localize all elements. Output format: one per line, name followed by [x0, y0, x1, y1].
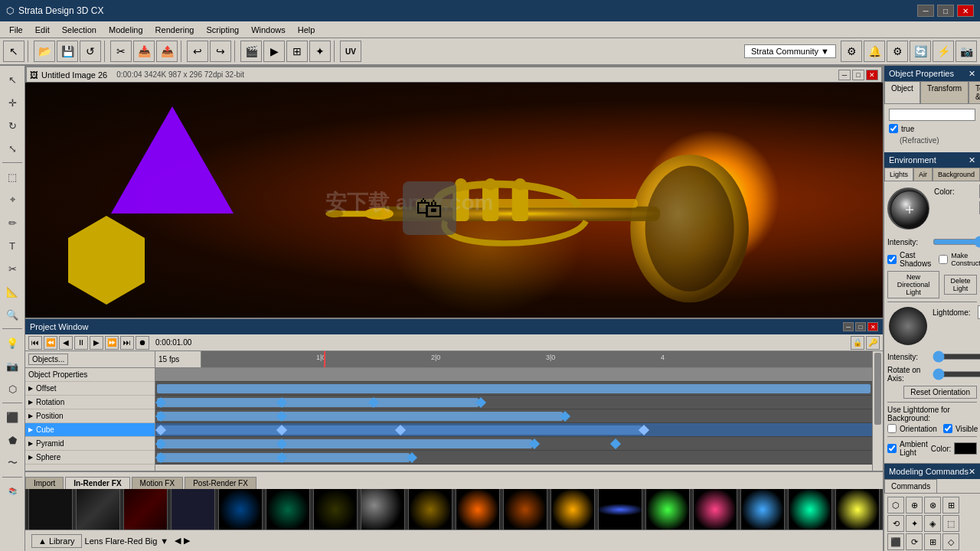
render2-btn[interactable]: ▶ [263, 41, 285, 62]
icon2-btn[interactable]: 🔔 [864, 41, 885, 62]
mc-btn-1[interactable]: ⬡ [887, 497, 904, 514]
menu-edit[interactable]: Edit [29, 24, 56, 36]
fx-thumb-10[interactable] [456, 489, 500, 530]
close-button[interactable]: ✕ [957, 5, 974, 17]
pw-tb-btn1[interactable]: ⏮ [28, 336, 42, 350]
tab-import[interactable]: Import [25, 477, 64, 489]
fx-thumb-2[interactable] [76, 489, 120, 530]
rotate-tool[interactable]: ↻ [2, 115, 23, 136]
library-btn[interactable]: ▲ Library [31, 534, 82, 548]
env-close-icon[interactable]: ✕ [969, 155, 975, 165]
expand-icon[interactable]: ▶ [28, 385, 33, 392]
minimize-button[interactable]: ─ [917, 5, 934, 17]
menu-scripting[interactable]: Scripting [200, 24, 245, 36]
light-tool[interactable]: 💡 [2, 332, 23, 354]
paint-tool[interactable]: ✏ [2, 212, 23, 233]
timeline-vscroll[interactable] [872, 351, 883, 471]
mc-btn-2[interactable]: ⊕ [906, 497, 923, 514]
cut-tool[interactable]: ✂ [2, 258, 23, 279]
menu-windows[interactable]: Windows [245, 24, 292, 36]
menu-selection[interactable]: Selection [56, 24, 103, 36]
fx-thumb-6[interactable] [266, 489, 310, 530]
delete-light-btn[interactable]: Delete Light [944, 275, 977, 295]
pw-minimize[interactable]: ─ [843, 322, 854, 331]
icon4-btn[interactable]: 🔄 [910, 41, 931, 62]
mc-btn-6[interactable]: ✦ [906, 515, 923, 532]
pw-tb-btn5[interactable]: ▶ [90, 336, 103, 350]
pw-tb-btn7[interactable]: ⏭ [120, 336, 134, 350]
lens-flare-dropdown[interactable]: ▼ [160, 536, 168, 546]
import-btn[interactable]: 📥 [133, 41, 155, 62]
fx-thumb-14[interactable] [645, 489, 690, 530]
snap-btn[interactable]: ✦ [309, 41, 331, 62]
pw-tb-btn2[interactable]: ⏪ [44, 336, 57, 350]
pw-tb-camlock[interactable]: 🔒 [851, 336, 864, 350]
fx-thumb-9[interactable] [408, 489, 452, 530]
fx-thumb-3[interactable] [123, 489, 168, 530]
fx-thumb-16[interactable] [740, 489, 785, 530]
op-search-input[interactable] [889, 109, 975, 121]
pw-tb-btn8[interactable]: ⏺ [136, 336, 149, 350]
menu-help[interactable]: Help [292, 24, 322, 36]
tab-motion-fx[interactable]: Motion FX [132, 477, 184, 489]
op-tab-transform[interactable]: Transform [920, 81, 969, 103]
pw-tb-btn6[interactable]: ⏩ [105, 336, 119, 350]
mc-btn-9[interactable]: ⬛ [887, 533, 904, 550]
mc-btn-3[interactable]: ⊗ [924, 497, 941, 514]
viewport-close[interactable]: ✕ [866, 70, 878, 80]
mc-tab-commands[interactable]: Commands [884, 479, 937, 493]
mc-btn-4[interactable]: ⊞ [942, 497, 959, 514]
select-tool[interactable]: ↖ [2, 69, 23, 90]
import-library-btn[interactable]: 📚 [2, 481, 23, 502]
mesh-tool[interactable]: ⬟ [2, 429, 23, 451]
menu-file[interactable]: File [3, 24, 29, 36]
lens-flare-nav-next[interactable]: ▶ [184, 536, 190, 546]
fx-thumb-17[interactable] [788, 489, 832, 530]
ambient-color-swatch[interactable] [954, 442, 977, 455]
ambient-light-checkbox[interactable] [887, 444, 897, 453]
open-file-btn[interactable]: 📂 [34, 41, 55, 62]
tab-in-render-fx[interactable]: In-Render FX [65, 477, 129, 489]
expand-icon[interactable]: ▶ [28, 399, 33, 406]
pw-row-cube[interactable]: ▶ Cube [25, 423, 155, 437]
icon5-btn[interactable]: ⚡ [933, 41, 954, 62]
expand-icon[interactable]: ▶ [28, 412, 33, 419]
pw-tb-key[interactable]: 🔑 [866, 336, 880, 350]
lens-flare-nav-prev[interactable]: ◀ [175, 536, 181, 546]
intensity2-slider[interactable] [933, 352, 980, 361]
nurbs-tool[interactable]: 〜 [2, 452, 23, 474]
fx-thumb-15[interactable] [693, 489, 737, 530]
align-btn[interactable]: ⊞ [286, 41, 308, 62]
settings-btn[interactable]: ⚙ [841, 41, 862, 62]
mc-btn-11[interactable]: ⊞ [924, 533, 941, 550]
env-tab-background[interactable]: Background [933, 168, 980, 181]
pw-close[interactable]: ✕ [867, 322, 878, 331]
new-directional-light-btn[interactable]: New Directional Light [887, 271, 939, 298]
intensity-slider[interactable] [933, 237, 980, 246]
rotate-axis-slider[interactable] [933, 370, 980, 379]
fx-thumb-13[interactable] [598, 489, 642, 530]
path-tool[interactable]: ⬡ [2, 378, 23, 399]
expand-icon[interactable]: ▶ [28, 454, 33, 461]
maximize-button[interactable]: □ [937, 5, 954, 17]
expand-icon[interactable]: ▶ [28, 426, 33, 433]
refresh-btn[interactable]: ↺ [80, 41, 101, 62]
op-tab-object[interactable]: Object [884, 81, 920, 103]
measure-tool[interactable]: 📐 [2, 281, 23, 302]
fx-thumb-12[interactable] [550, 489, 595, 530]
cut-btn[interactable]: ✂ [110, 41, 132, 62]
box-select[interactable]: ⬚ [2, 166, 23, 187]
orientation-checkbox[interactable] [887, 424, 897, 433]
icon3-btn[interactable]: ⚙ [887, 41, 908, 62]
env-tab-air[interactable]: Air [913, 168, 933, 181]
fx-thumb-11[interactable] [503, 489, 547, 530]
scale-tool[interactable]: ⤡ [2, 138, 23, 159]
reset-orientation-btn[interactable]: Reset Orientation [903, 386, 977, 399]
pw-tb-btn4[interactable]: ⏸ [74, 336, 88, 350]
move-tool[interactable]: ✛ [2, 92, 23, 113]
uv-btn[interactable]: UV [340, 41, 361, 62]
viewport-minimize[interactable]: ─ [838, 70, 851, 80]
fx-thumb-1[interactable] [28, 489, 73, 530]
one-sided-checkbox[interactable] [889, 124, 898, 133]
viewport-maximize[interactable]: □ [852, 70, 864, 80]
